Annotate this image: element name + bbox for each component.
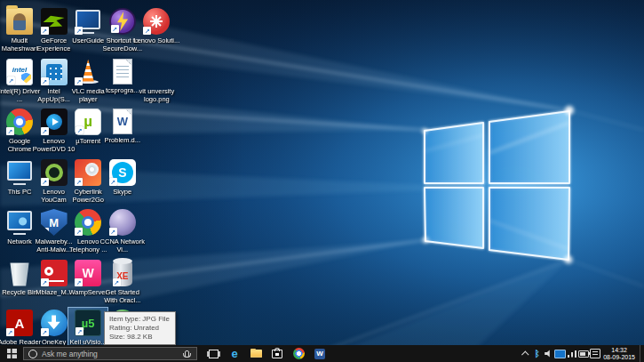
power2go-icon: ↗ — [75, 159, 101, 186]
shortcut-arrow-badge: ↗ — [75, 77, 83, 85]
desktop-icon-grid: Mudit Maheshwari↗GeForce Experience↗User… — [0, 0, 644, 362]
shortcut-arrow-badge: ↗ — [76, 327, 83, 335]
shortcut-arrow-badge: ↗ — [143, 27, 151, 35]
tooltip-size: Size: 98.2 KB — [109, 333, 170, 342]
shortcut-arrow-badge: ↗ — [41, 27, 49, 35]
bluetooth-tray-icon[interactable]: ᛒ — [531, 345, 543, 362]
shortcut-arrow-badge: ↗ — [75, 278, 83, 286]
show-desktop-button[interactable] — [640, 345, 644, 362]
windows-start-icon — [7, 349, 17, 358]
desktop-icon-label: Get Started With Oracl... — [99, 288, 146, 304]
intel-appup-icon: ↗ — [41, 59, 68, 85]
chrome-icon: ↗ — [6, 109, 33, 135]
intel-driver-icon: intel↗ — [6, 59, 33, 85]
shortcut-arrow-badge: ↗ — [41, 328, 49, 336]
action-center-tray-icon[interactable] — [589, 345, 600, 362]
wamp-icon: W↗ — [75, 260, 101, 286]
keil-icon: µ5↗ — [75, 310, 101, 336]
this-pc-icon — [6, 159, 33, 186]
shortcut-arrow-badge: ↗ — [41, 127, 49, 135]
edge-glyph: e — [231, 348, 237, 359]
tooltip-item-type: Item type: JPG File — [109, 315, 170, 324]
shortcut-arrow-badge: ↗ — [76, 126, 83, 134]
desktop-icon-label: vit unversity logo.png — [133, 87, 179, 103]
image-file-icon — [143, 59, 170, 85]
adobe-icon: A↗ — [6, 310, 33, 336]
malware-icon: M↗ — [41, 209, 68, 236]
network-tray-icon[interactable] — [566, 345, 577, 362]
word-doc-glyph: W — [114, 109, 131, 133]
skype-icon: S↗ — [109, 159, 136, 186]
powerdvd-icon: ↗ — [41, 109, 68, 135]
vlc-icon: ↗ — [75, 59, 101, 85]
utorrent-icon: µ↗ — [75, 109, 101, 135]
clock-time: 14:32 — [603, 347, 635, 354]
network-pc-icon — [6, 209, 33, 236]
system-tray: ᛒ 14:32 08-09-2015 — [520, 345, 644, 362]
shortcut-arrow-badge: ↗ — [113, 278, 121, 286]
task-view-taskbar-icon[interactable] — [203, 345, 224, 362]
ccna-icon: ↗ — [109, 209, 136, 236]
start-button[interactable] — [0, 345, 23, 362]
battery-tray-icon[interactable] — [577, 345, 589, 362]
shortcut-arrow-badge: ↗ — [41, 228, 49, 236]
onekey-icon: ↗ — [41, 310, 68, 336]
oracle-icon: XE↗ — [113, 260, 132, 286]
shortcut-arrow-badge: ↗ — [75, 228, 83, 236]
microphone-icon[interactable] — [185, 350, 189, 358]
youcam-icon: ↗ — [41, 159, 68, 186]
telephony-icon: ↗ — [75, 209, 101, 236]
clock-date: 08-09-2015 — [603, 354, 635, 361]
edge-taskbar-icon[interactable]: e — [224, 345, 245, 362]
taskbar-clock[interactable]: 14:32 08-09-2015 — [603, 347, 635, 361]
user-folder-icon — [6, 8, 33, 35]
lenovo-sol-icon: ↗ — [143, 8, 170, 35]
shortcut-arrow-badge: ↗ — [75, 178, 83, 186]
desktop-icon-label: Lenovo Soluti... — [133, 36, 179, 44]
malware-glyph: M — [41, 209, 68, 236]
desktop-icon-skype[interactable]: S↗Skype — [102, 157, 143, 197]
cortana-circle-icon — [28, 350, 37, 358]
desktop-icon-label: Skype — [99, 188, 146, 196]
desktop-icon-ccna[interactable]: ↗CCNA Network Vi... — [102, 206, 143, 255]
mblaze-icon: ↗ — [41, 260, 68, 286]
shortcut-arrow-badge: ↗ — [109, 228, 117, 236]
desktop-icon-word-doc[interactable]: WProblem.d... — [102, 106, 143, 146]
desktop-icon-image-file[interactable]: vit unversity logo.png — [136, 56, 177, 105]
shortcut-arrow-badge: ↗ — [41, 77, 49, 85]
document-icon — [113, 59, 132, 84]
shortcut-arrow-badge: ↗ — [41, 278, 49, 286]
word-taskbar-icon[interactable] — [309, 345, 330, 362]
tray-icons: ᛒ — [520, 345, 600, 362]
secure-icon: ↗ — [109, 8, 136, 35]
desktop-icon-label: Problem.d... — [99, 136, 146, 144]
shortcut-arrow-badge: ↗ — [6, 328, 14, 336]
chrome-taskbar-icon[interactable] — [288, 345, 309, 362]
file-explorer-taskbar-icon[interactable] — [245, 345, 266, 362]
desktop-icon-oracle[interactable]: XE↗Get Started With Oracl... — [102, 257, 143, 306]
desktop-icon-label: CCNA Network Vi... — [99, 237, 146, 253]
word-doc-icon: W — [113, 109, 132, 134]
desktop-icon-lenovo-sol[interactable]: ↗Lenovo Soluti... — [136, 5, 177, 46]
shortcut-arrow-badge: ↗ — [41, 178, 49, 186]
geforce-icon: ↗ — [41, 8, 68, 35]
intel-graphics-tray-icon[interactable] — [554, 345, 566, 362]
chevron-up-tray-icon[interactable] — [520, 345, 531, 362]
shortcut-arrow-badge: ↗ — [109, 178, 117, 186]
shortcut-arrow-badge: ↗ — [75, 27, 83, 35]
shortcut-arrow-badge: ↗ — [7, 76, 15, 84]
monitor-guide-icon: ↗ — [75, 8, 101, 35]
taskbar-app-icons: e — [203, 345, 330, 362]
taskbar: Ask me anything e ᛒ 14:32 08-09-2015 — [0, 345, 644, 362]
search-placeholder: Ask me anything — [42, 350, 180, 358]
shortcut-arrow-badge: ↗ — [6, 127, 14, 135]
volume-tray-icon[interactable] — [543, 345, 554, 362]
recycle-icon — [9, 260, 30, 286]
shortcut-arrow-badge: ↗ — [111, 25, 119, 33]
cortana-search-box[interactable]: Ask me anything — [23, 347, 197, 360]
file-info-tooltip: Item type: JPG File Rating: Unrated Size… — [104, 311, 176, 345]
tooltip-rating: Rating: Unrated — [109, 324, 170, 333]
store-taskbar-icon[interactable] — [266, 345, 288, 362]
